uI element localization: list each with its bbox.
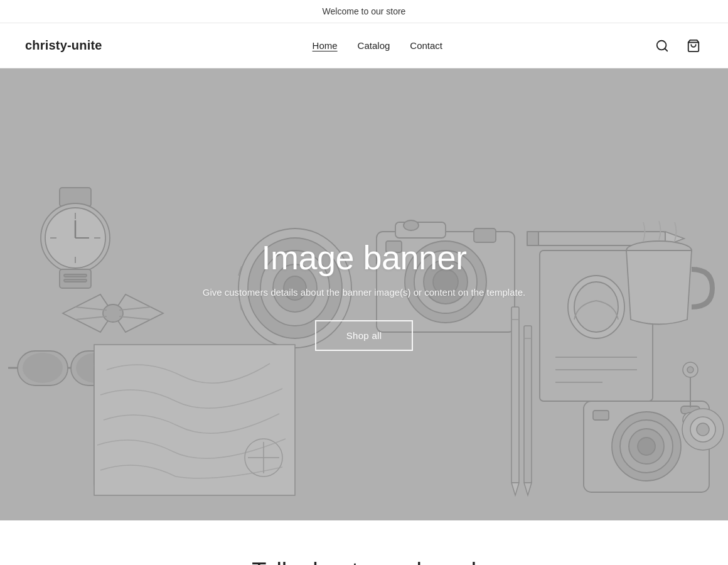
hero-section: Image banner Give customers details abou… [0,68,728,520]
cart-icon [687,39,700,53]
main-nav: Home Catalog Contact [313,38,442,53]
logo[interactable]: christy-unite [25,38,102,53]
search-button[interactable] [653,36,672,55]
announcement-text: Welcome to our store [323,6,406,16]
search-icon [655,39,669,53]
nav-item-catalog[interactable]: Catalog [358,38,390,53]
cart-button[interactable] [684,36,703,55]
hero-subtitle: Give customers details about the banner … [203,287,525,298]
announcement-bar: Welcome to our store [0,0,728,23]
hero-title: Image banner [203,238,525,277]
hero-content: Image banner Give customers details abou… [203,238,525,351]
nav-item-home[interactable]: Home [313,38,338,53]
below-fold-section: Talk about your brand [0,520,728,565]
below-fold-title: Talk about your brand [25,558,703,565]
header: christy-unite Home Catalog Contact [0,23,728,68]
shop-all-button[interactable]: Shop all [315,320,414,351]
svg-line-1 [665,48,667,51]
header-icons [653,36,703,55]
nav-item-contact[interactable]: Contact [410,38,442,53]
